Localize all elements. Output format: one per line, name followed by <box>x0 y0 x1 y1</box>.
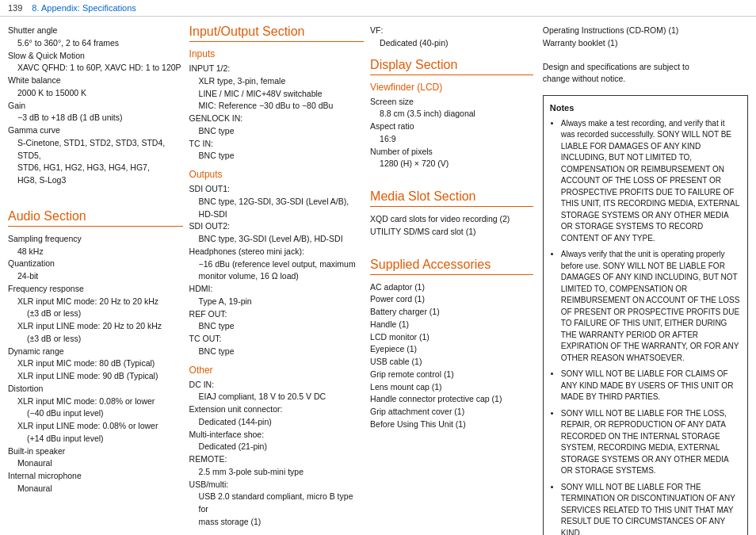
num-pixels-label: Number of pixels <box>370 146 533 159</box>
warranty-booklet: Warranty booklet (1) <box>543 37 748 50</box>
note-item-5: SONY WILL NOT BE LIABLE FOR THE TERMINAT… <box>561 482 741 535</box>
hdmi-label: HDMI: <box>189 283 365 296</box>
dist-xlr-mic: XLR input MIC mode: 0.08% or lower <box>8 396 183 408</box>
multi-interface-value: Dedicated (21-pin) <box>189 441 365 453</box>
freq-resp-label: Frequency response <box>8 283 183 296</box>
freq-resp-xlr-line-note: (±3 dB or less) <box>8 333 183 346</box>
vf-section: VF: Dedicated (40-pin) <box>370 25 533 50</box>
internal-mic-label: Internal microphone <box>8 470 183 483</box>
sdi-out1-value: BNC type, 12G-SDI, 3G-SDI (Level A/B), H… <box>189 196 365 221</box>
notes-list: Always make a test recording, and verify… <box>550 118 741 535</box>
input-12-type: XLR type, 3-pin, female <box>189 75 365 88</box>
design-note-text: Design and specifications are subject to <box>543 61 748 74</box>
note-item-1: Always make a test recording, and verify… <box>561 118 741 245</box>
battery-charger: Battery charger (1) <box>370 306 533 319</box>
aspect-ratio-label: Aspect ratio <box>370 120 533 133</box>
freq-resp-xlr-mic-note: (±3 dB or less) <box>8 308 183 320</box>
dyn-xlr-mic: XLR input MIC mode: 80 dB (Typical) <box>8 357 183 370</box>
shutter-angle-value: 5.6° to 360°, 2 to 64 frames <box>8 37 183 50</box>
top-bar: 139 8. Appendix: Specifications <box>0 0 756 17</box>
builtin-speaker-label: Built-in speaker <box>8 445 183 458</box>
lens-mount-cap: Lens mount cap (1) <box>370 381 533 394</box>
sampling-freq-value: 48 kHz <box>8 246 183 258</box>
eyepiece: Eyepiece (1) <box>370 343 533 356</box>
genlock-label: GENLOCK IN: <box>189 113 365 125</box>
power-cord: Power cord (1) <box>370 293 533 306</box>
sdi-out1-label: SDI OUT1: <box>189 183 365 196</box>
design-note-text2: change without notice. <box>543 73 748 86</box>
slow-quick-value: XAVC QFHD: 1 to 60P, XAVC HD: 1 to 120P <box>8 62 183 75</box>
display-section: Display Section Viewfinder (LCD) Screen … <box>370 58 533 171</box>
io-section-title: Input/Output Section <box>189 25 365 42</box>
media-slot-section: Media Slot Section XQD card slots for vi… <box>370 189 533 239</box>
screen-size-value: 8.8 cm (3.5 inch) diagonal <box>370 108 533 120</box>
vf-label: VF: <box>370 25 533 37</box>
gain-value: −3 dB to +18 dB (1 dB units) <box>8 112 183 124</box>
shutter-angle-label: Shutter angle <box>8 25 183 37</box>
xqd-slots: XQD card slots for video recording (2) <box>370 213 533 226</box>
column-3: VF: Dedicated (40-pin) Display Section V… <box>370 25 540 535</box>
design-note: Design and specifications are subject to… <box>543 61 748 86</box>
grip-remote: Grip remote control (1) <box>370 369 533 381</box>
headphones-value2: monitor volume, 16 Ω load) <box>189 270 365 283</box>
internal-mic-value: Monaural <box>8 483 183 495</box>
ac-adaptor: AC adaptor (1) <box>370 281 533 294</box>
notes-box: Notes Always make a test recording, and … <box>543 95 748 535</box>
audio-section-title: Audio Section <box>8 209 183 227</box>
column-4: Operating Instructions (CD-ROM) (1) Warr… <box>540 25 748 535</box>
usb-label: USB/multi: <box>189 479 365 491</box>
display-section-title: Display Section <box>370 58 533 75</box>
input-12-mic: MIC: Reference −30 dBu to −80 dBu <box>189 100 365 113</box>
white-balance-value: 2000 K to 15000 K <box>8 87 183 100</box>
headphones-label: Headphones (stereo mini jack): <box>189 246 365 258</box>
audio-section: Audio Section Sampling frequency 48 kHz … <box>8 209 183 495</box>
quantization-value: 24-bit <box>8 270 183 283</box>
vf-value: Dedicated (40-pin) <box>370 37 533 50</box>
gamma-value1: S-Cinetone, STD1, STD2, STD3, STD4, STD5… <box>8 137 183 162</box>
quantization-label: Quantization <box>8 258 183 270</box>
inputs-title: Inputs <box>189 48 365 59</box>
gamma-label: Gamma curve <box>8 124 183 137</box>
ext-connector-value: Dedicated (144-pin) <box>189 416 365 429</box>
page-number: 139 <box>8 3 22 13</box>
operating-instructions: Operating Instructions (CD-ROM) (1) Warr… <box>543 25 748 50</box>
multi-interface-label: Multi-interface shoe: <box>189 429 365 441</box>
usb-cable: USB cable (1) <box>370 356 533 369</box>
builtin-speaker-value: Monaural <box>8 457 183 470</box>
viewfinder-title: Viewfinder (LCD) <box>370 82 533 93</box>
usb-value2: mass storage (1) <box>189 516 365 529</box>
sdi-out2-value: BNC type, 3G-SDI (Level A/B), HD-SDI <box>189 233 365 246</box>
media-slot-title: Media Slot Section <box>370 189 533 207</box>
remote-value: 2.5 mm 3-pole sub-mini type <box>189 466 365 479</box>
handle-connector-cap: Handle connector protective cap (1) <box>370 393 533 406</box>
sampling-freq-label: Sampling frequency <box>8 233 183 246</box>
before-using: Before Using This Unit (1) <box>370 418 533 431</box>
tcin-value: BNC type <box>189 150 365 162</box>
note-item-2: Always verify that the unit is operating… <box>561 249 741 364</box>
dcin-value: EIAJ compliant, 18 V to 20.5 V DC <box>189 391 365 403</box>
gamma-value2: STD6, HG1, HG2, HG3, HG4, HG7, <box>8 162 183 174</box>
usb-value1: USB 2.0 standard compliant, micro B type… <box>189 491 365 516</box>
other-title: Other <box>189 365 365 376</box>
white-balance-label: White balance <box>8 75 183 87</box>
tcin-label: TC IN: <box>189 138 365 151</box>
dyn-xlr-line: XLR input LINE mode: 90 dB (Typical) <box>8 370 183 383</box>
headphones-value1: −16 dBu (reference level output, maximum <box>189 258 365 271</box>
input-12-switch: LINE / MIC / MIC+48V switchable <box>189 88 365 101</box>
note-item-4: SONY WILL NOT BE LIABLE FOR THE LOSS, RE… <box>561 408 741 477</box>
dist-xlr-mic-note: (−40 dBu input level) <box>8 407 183 420</box>
ext-connector-label: Extension unit connector: <box>189 403 365 416</box>
dist-xlr-line-note: (+14 dBu input level) <box>8 433 183 445</box>
page: 139 8. Appendix: Specifications Shutter … <box>0 0 756 535</box>
tcout-value: BNC type <box>189 346 365 358</box>
input-12-label: INPUT 1/2: <box>189 63 365 75</box>
dist-xlr-line: XLR input LINE mode: 0.08% or lower <box>8 420 183 433</box>
outputs-title: Outputs <box>189 169 365 180</box>
hdmi-value: Type A, 19-pin <box>189 296 365 308</box>
tcout-label: TC OUT: <box>189 333 365 346</box>
intro-specs: Shutter angle 5.6° to 360°, 2 to 64 fram… <box>8 25 183 187</box>
notes-title: Notes <box>550 102 741 115</box>
aspect-ratio-value: 16:9 <box>370 133 533 146</box>
supplied-accessories-title: Supplied Accessories <box>370 258 533 275</box>
sdi-out2-label: SDI OUT2: <box>189 220 365 233</box>
